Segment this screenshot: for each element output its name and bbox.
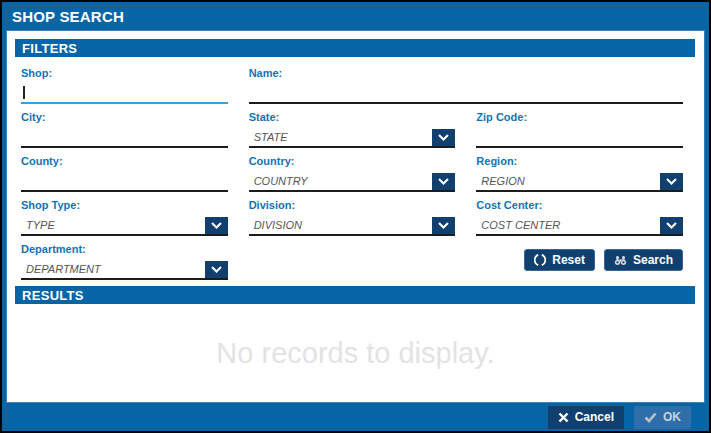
county-input[interactable]	[21, 173, 228, 192]
chevron-down-icon[interactable]	[432, 129, 455, 146]
country-select-value: COUNTRY	[249, 173, 456, 189]
window-title: SHOP SEARCH	[2, 2, 709, 30]
search-button-label: Search	[633, 253, 673, 267]
ok-button[interactable]: OK	[634, 406, 691, 429]
footer-bar: Cancel OK	[2, 403, 709, 431]
field-state: State: STATE	[249, 108, 456, 148]
reset-button-label: Reset	[552, 253, 585, 267]
country-select[interactable]: COUNTRY	[249, 173, 456, 192]
cost-center-select-value: COST CENTER	[476, 217, 683, 233]
name-label: Name:	[249, 67, 683, 79]
field-region: Region: REGION	[476, 152, 683, 192]
state-label: State:	[249, 111, 456, 123]
shop-search-dialog: SHOP SEARCH FILTERS Shop: Name: City: St…	[0, 0, 711, 433]
text-caret	[23, 86, 25, 99]
state-select-value: STATE	[249, 129, 456, 145]
division-select-value: DIVISION	[249, 217, 456, 233]
shop-input[interactable]	[21, 85, 228, 104]
shop-type-label: Shop Type:	[21, 199, 228, 211]
results-empty-message: No records to display.	[7, 304, 704, 402]
ok-button-label: OK	[663, 410, 681, 424]
zip-label: Zip Code:	[476, 111, 683, 123]
chevron-down-icon[interactable]	[205, 261, 228, 278]
binoculars-icon	[614, 254, 627, 266]
region-label: Region:	[476, 155, 683, 167]
shop-label: Shop:	[21, 67, 228, 79]
filters-section-header: FILTERS	[15, 39, 695, 57]
cancel-button-label: Cancel	[575, 410, 614, 424]
name-input[interactable]	[249, 85, 683, 104]
filters-form: Shop: Name: City: State: STATE	[7, 57, 704, 280]
field-cost-center: Cost Center: COST CENTER	[476, 196, 683, 236]
country-label: Country:	[249, 155, 456, 167]
field-name: Name:	[249, 64, 683, 104]
filter-actions: Reset Search	[476, 240, 683, 280]
division-label: Division:	[249, 199, 456, 211]
field-country: Country: COUNTRY	[249, 152, 456, 192]
results-section-header: RESULTS	[15, 286, 695, 304]
division-select[interactable]: DIVISION	[249, 217, 456, 236]
field-zip: Zip Code:	[476, 108, 683, 148]
field-city: City:	[21, 108, 228, 148]
check-icon	[644, 412, 657, 423]
reset-button[interactable]: Reset	[524, 249, 595, 271]
state-select[interactable]: STATE	[249, 129, 456, 148]
department-label: Department:	[21, 243, 228, 255]
chevron-down-icon[interactable]	[660, 173, 683, 190]
field-shop: Shop:	[21, 64, 228, 104]
city-input[interactable]	[21, 129, 228, 148]
reset-icon	[534, 254, 546, 266]
zip-input[interactable]	[476, 129, 683, 148]
cost-center-select[interactable]: COST CENTER	[476, 217, 683, 236]
city-label: City:	[21, 111, 228, 123]
region-select[interactable]: REGION	[476, 173, 683, 192]
chevron-down-icon[interactable]	[205, 217, 228, 234]
cost-center-label: Cost Center:	[476, 199, 683, 211]
field-shop-type: Shop Type: TYPE	[21, 196, 228, 236]
region-select-value: REGION	[476, 173, 683, 189]
shop-type-select-value: TYPE	[21, 217, 228, 233]
county-label: County:	[21, 155, 228, 167]
field-department: Department: DEPARTMENT	[21, 240, 228, 280]
department-select[interactable]: DEPARTMENT	[21, 261, 228, 280]
cancel-button[interactable]: Cancel	[548, 406, 624, 429]
chevron-down-icon[interactable]	[432, 217, 455, 234]
department-select-value: DEPARTMENT	[21, 261, 228, 277]
search-button[interactable]: Search	[604, 249, 683, 271]
field-division: Division: DIVISION	[249, 196, 456, 236]
dialog-content: FILTERS Shop: Name: City: State:	[6, 30, 705, 403]
close-icon	[558, 412, 569, 423]
chevron-down-icon[interactable]	[660, 217, 683, 234]
chevron-down-icon[interactable]	[432, 173, 455, 190]
shop-type-select[interactable]: TYPE	[21, 217, 228, 236]
field-county: County:	[21, 152, 228, 192]
